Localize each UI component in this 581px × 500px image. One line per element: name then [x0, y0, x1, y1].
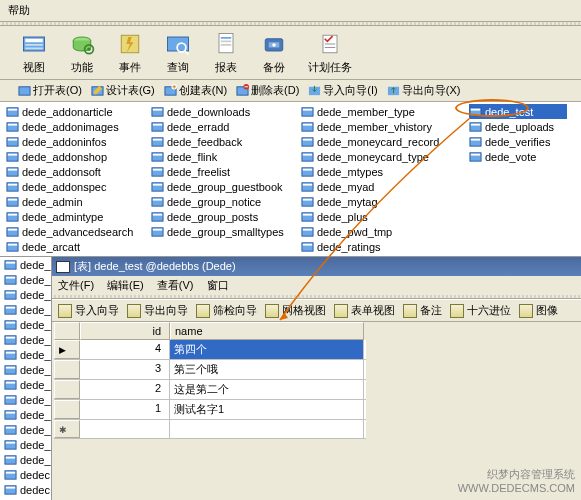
svg-rect-34	[8, 139, 17, 141]
open-table-action[interactable]: 打开表(O)	[14, 83, 86, 98]
toolbar-query[interactable]: 查询	[164, 30, 192, 75]
table-item[interactable]: dede_addonarticle	[6, 104, 139, 119]
toolbar-backup[interactable]: 备份	[260, 30, 288, 75]
toolbar-func[interactable]: 功能	[68, 30, 96, 75]
child-gridview-btn[interactable]: 网格视图	[265, 303, 326, 318]
table-item[interactable]: dede_group_posts	[151, 209, 289, 224]
table-item[interactable]: dedec	[0, 467, 51, 482]
delete-table-action[interactable]: 删除表(D)	[232, 83, 303, 98]
table-item[interactable]: dede_addonshop	[6, 149, 139, 164]
table-item[interactable]: dede_verifies	[469, 134, 567, 149]
table-item[interactable]: dede_	[0, 332, 51, 347]
table-item[interactable]: dede_	[0, 272, 51, 287]
table-item[interactable]: dede_	[0, 392, 51, 407]
export-wizard-action[interactable]: 导出向导(X)	[383, 83, 465, 98]
child-image-btn[interactable]: 图像	[519, 303, 558, 318]
table-item[interactable]: dedec	[0, 482, 51, 497]
col-name[interactable]: name	[170, 322, 364, 340]
child-memo-btn[interactable]: 备注	[403, 303, 442, 318]
grid-row[interactable]: 4第四个	[54, 340, 366, 360]
table-item[interactable]: dede_mtypes	[301, 164, 457, 179]
svg-rect-11	[219, 34, 233, 53]
grid-corner[interactable]	[54, 322, 80, 340]
help-menu[interactable]: 帮助	[8, 4, 30, 16]
table-item[interactable]: dede_addonspec	[6, 179, 139, 194]
table-item[interactable]: dede_arcatt	[6, 239, 139, 254]
svg-rect-14	[221, 44, 232, 46]
svg-rect-82	[303, 214, 312, 216]
svg-rect-116	[6, 412, 15, 414]
table-item[interactable]: dede_flink	[151, 149, 289, 164]
table-item[interactable]: dede_plus	[301, 209, 457, 224]
toolbar-report[interactable]: 报表	[212, 30, 240, 75]
svg-rect-32	[8, 124, 17, 126]
table-item[interactable]: dede_admintype	[6, 209, 139, 224]
child-import-btn[interactable]: 导入向导	[58, 303, 119, 318]
table-item[interactable]: dede_	[0, 287, 51, 302]
toolbar-event[interactable]: 事件	[116, 30, 144, 75]
table-item[interactable]: dede_member_vhistory	[301, 119, 457, 134]
svg-rect-70	[303, 124, 312, 126]
table-item[interactable]: dede_	[0, 302, 51, 317]
design-table-action[interactable]: 设计表(G)	[87, 83, 159, 98]
table-item[interactable]: dede_advancedsearch	[6, 224, 139, 239]
import-wizard-action[interactable]: 导入向导(I)	[304, 83, 381, 98]
create-table-action[interactable]: 创建表(N)	[160, 83, 231, 98]
child-menu-window[interactable]: 窗口	[207, 279, 229, 291]
data-grid[interactable]: id name 4第四个3第三个哦2这是第二个1测试名字1	[54, 322, 366, 439]
child-menu-view[interactable]: 查看(V)	[157, 279, 194, 291]
child-hex-btn[interactable]: 十六进位	[450, 303, 511, 318]
table-list: dede_addonarticledede_addonimagesdede_ad…	[0, 102, 581, 257]
grid-new-row[interactable]	[54, 420, 366, 439]
grid-row[interactable]: 2这是第二个	[54, 380, 366, 400]
col-id[interactable]: id	[80, 322, 170, 340]
table-item[interactable]: dede_addonimages	[6, 119, 139, 134]
table-item[interactable]: dede_feedback	[151, 134, 289, 149]
table-item[interactable]: dede_mytag	[301, 194, 457, 209]
child-menu-file[interactable]: 文件(F)	[58, 279, 94, 291]
toolbar-view[interactable]: 视图	[20, 30, 48, 75]
table-item[interactable]: dede_	[0, 437, 51, 452]
child-filter-btn[interactable]: 筛检向导	[196, 303, 257, 318]
child-menu-edit[interactable]: 编辑(E)	[107, 279, 144, 291]
toolbar-schedule[interactable]: 计划任务	[308, 30, 352, 75]
table-item[interactable]: dede_freelist	[151, 164, 289, 179]
table-item[interactable]: dede_vote	[469, 149, 567, 164]
table-item[interactable]: dede_	[0, 347, 51, 362]
table-item[interactable]: dede_group_smalltypes	[151, 224, 289, 239]
svg-point-17	[272, 43, 276, 47]
table-item[interactable]: dede_admin	[6, 194, 139, 209]
table-item[interactable]: dede_group_notice	[151, 194, 289, 209]
svg-rect-92	[471, 139, 480, 141]
table-item[interactable]: dede_	[0, 422, 51, 437]
table-item[interactable]: dede_pwd_tmp	[301, 224, 457, 239]
table-item[interactable]: dede_ratings	[301, 239, 457, 254]
child-export-btn[interactable]: 导出向导	[127, 303, 188, 318]
table-item[interactable]: dede_	[0, 452, 51, 467]
table-item[interactable]: dede_downloads	[151, 104, 289, 119]
table-item[interactable]: dede_uploads	[469, 119, 567, 134]
grid-row[interactable]: 1测试名字1	[54, 400, 366, 420]
table-item[interactable]: dede_addoninfos	[6, 134, 139, 149]
child-formview-btn[interactable]: 表单视图	[334, 303, 395, 318]
table-item[interactable]: dede_	[0, 257, 51, 272]
watermark: 织梦内容管理系统WWW.DEDECMS.COM	[458, 467, 575, 494]
table-item[interactable]: dede_moneycard_type	[301, 149, 457, 164]
table-item[interactable]: dede_member_type	[301, 104, 457, 119]
table-item[interactable]: dede_	[0, 377, 51, 392]
grid-row[interactable]: 3第三个哦	[54, 360, 366, 380]
table-item[interactable]: dede_moneycard_record	[301, 134, 457, 149]
svg-rect-66	[153, 229, 162, 231]
table-item[interactable]: dede_	[0, 407, 51, 422]
table-item[interactable]: dede_erradd	[151, 119, 289, 134]
table-item[interactable]: dede_addonsoft	[6, 164, 139, 179]
child-titlebar[interactable]: [表] dede_test @dedebbs (Dede)	[52, 257, 581, 276]
table-item[interactable]: dede_	[0, 362, 51, 377]
table-item[interactable]: dede_	[0, 317, 51, 332]
grid-header: id name	[54, 322, 366, 340]
table-item[interactable]: dede_group_guestbook	[151, 179, 289, 194]
main-menu: 帮助	[0, 0, 581, 22]
table-item[interactable]: dede_myad	[301, 179, 457, 194]
table-item[interactable]: dede_test	[469, 104, 567, 119]
side-list: dede_dede_dede_dede_dede_dede_dede_dede_…	[0, 257, 52, 500]
